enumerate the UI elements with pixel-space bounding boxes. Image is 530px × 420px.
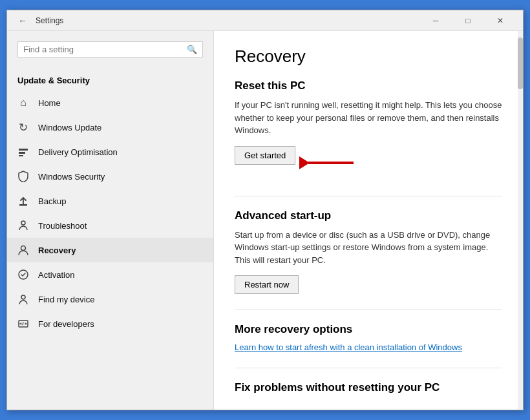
- find-my-device-icon: [17, 293, 29, 305]
- sidebar-item-windows-security[interactable]: Windows Security: [7, 164, 213, 189]
- sidebar-header: 🔍: [7, 31, 213, 70]
- sidebar-item-windows-update-label: Windows Update: [38, 123, 101, 132]
- more-recovery-title: More recovery options: [235, 323, 502, 336]
- sidebar-item-activation[interactable]: Activation: [7, 262, 213, 287]
- sidebar-item-troubleshoot[interactable]: Troubleshoot: [7, 213, 213, 238]
- sidebar-item-recovery-label: Recovery: [38, 246, 76, 255]
- security-icon: [17, 171, 29, 182]
- sidebar-item-for-developers-label: For developers: [38, 319, 94, 329]
- advanced-startup-desc: Start up from a device or disc (such as …: [235, 229, 502, 267]
- sidebar-item-home[interactable]: ⌂ Home: [7, 90, 213, 115]
- divider-1: [235, 196, 502, 196]
- sidebar-item-windows-security-label: Windows Security: [38, 172, 105, 182]
- close-button[interactable]: ✕: [485, 10, 515, 31]
- back-button[interactable]: ←: [15, 13, 30, 28]
- sidebar-item-delivery-optimisation[interactable]: Delivery Optimisation: [7, 140, 213, 164]
- window-title: Settings: [36, 16, 421, 25]
- get-started-button[interactable]: Get started: [235, 146, 295, 165]
- sidebar-section-title: Update & Security: [7, 70, 213, 90]
- page-title: Recovery: [235, 47, 502, 67]
- sidebar-item-activation-label: Activation: [38, 270, 74, 280]
- search-input[interactable]: [23, 45, 187, 54]
- scrollbar-thumb[interactable]: [518, 37, 523, 89]
- get-started-wrapper: Get started: [235, 146, 295, 180]
- maximize-button[interactable]: □: [453, 10, 483, 31]
- troubleshoot-icon: [17, 220, 29, 231]
- settings-window: ← Settings ─ □ ✕ 🔍 Update & Security ⌂ H…: [6, 10, 524, 410]
- content-area: 🔍 Update & Security ⌂ Home ↻ Windows Upd…: [7, 31, 523, 410]
- restart-now-button[interactable]: Restart now: [235, 275, 299, 294]
- update-icon: ↻: [17, 121, 29, 133]
- reset-pc-desc: If your PC isn't running well, resetting…: [235, 99, 502, 137]
- svg-rect-0: [19, 149, 28, 151]
- search-icon: 🔍: [187, 45, 197, 54]
- sidebar-item-for-developers[interactable]: For developers: [7, 311, 213, 336]
- sidebar-item-recovery[interactable]: Recovery: [7, 238, 213, 262]
- sidebar-item-find-device-label: Find my device: [38, 295, 94, 304]
- main-content: Recovery Reset this PC If your PC isn't …: [214, 31, 523, 410]
- clean-install-link[interactable]: Learn how to start afresh with a clean i…: [235, 342, 502, 352]
- sidebar-item-troubleshoot-label: Troubleshoot: [38, 221, 87, 231]
- developers-icon: [17, 318, 29, 330]
- home-icon: ⌂: [17, 97, 29, 109]
- svg-rect-1: [19, 152, 25, 154]
- divider-3: [235, 368, 502, 368]
- search-box[interactable]: 🔍: [17, 41, 203, 58]
- sidebar-item-delivery-label: Delivery Optimisation: [38, 147, 118, 157]
- sidebar-item-find-my-device[interactable]: Find my device: [7, 287, 213, 311]
- delivery-icon: [17, 146, 29, 158]
- recovery-icon: [17, 244, 29, 256]
- sidebar-item-windows-update[interactable]: ↻ Windows Update: [7, 115, 213, 140]
- fix-problems-title: Fix problems without resetting your PC: [235, 381, 502, 394]
- advanced-startup-title: Advanced start-up: [235, 209, 502, 222]
- minimize-button[interactable]: ─: [421, 10, 450, 31]
- svg-point-7: [21, 295, 25, 299]
- backup-icon: [17, 195, 29, 207]
- svg-rect-2: [19, 155, 23, 156]
- sidebar-item-backup-label: Backup: [38, 196, 66, 206]
- get-started-arrow: [299, 156, 354, 169]
- reset-pc-title: Reset this PC: [235, 79, 502, 92]
- scrollbar-track[interactable]: [518, 31, 523, 410]
- window-controls: ─ □ ✕: [421, 10, 515, 31]
- sidebar-item-home-label: Home: [38, 98, 61, 108]
- activation-icon: [17, 269, 29, 280]
- svg-point-5: [21, 246, 26, 251]
- sidebar: 🔍 Update & Security ⌂ Home ↻ Windows Upd…: [7, 31, 214, 410]
- sidebar-item-backup[interactable]: Backup: [7, 189, 213, 213]
- svg-point-4: [21, 221, 25, 225]
- svg-rect-3: [19, 204, 27, 206]
- divider-2: [235, 310, 502, 310]
- titlebar: ← Settings ─ □ ✕: [7, 10, 523, 31]
